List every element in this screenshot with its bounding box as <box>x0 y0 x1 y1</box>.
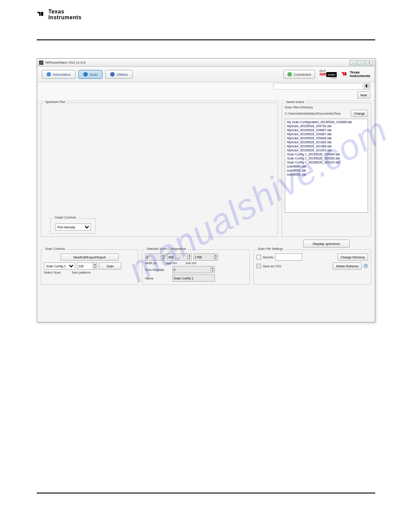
sub-toolbar: ◧ hide <box>37 82 375 101</box>
start-nm-input <box>167 253 187 261</box>
scan-config-select[interactable]: Scan Config 1 <box>44 262 75 270</box>
saveas-label: SaveAs <box>263 256 274 259</box>
window-maximize-button[interactable]: □ <box>358 60 365 65</box>
main-toolbar: Information Scan Utilities Connected DLP… <box>37 67 375 82</box>
plot-type-select[interactable]: Plot Intensity <box>55 223 91 231</box>
list-item[interactable]: MyScan_20150528_161308.dat <box>286 144 367 148</box>
scan-button[interactable]: Scan <box>78 70 103 79</box>
end-nm-input <box>193 253 214 261</box>
page-brand-header: TexasInstruments <box>37 9 81 21</box>
ti-chip-icon <box>37 9 46 21</box>
list-item[interactable]: MyScan_20150528_161302.dat <box>286 140 367 144</box>
graph-controls-label: Graph Controls <box>53 216 77 219</box>
scan-run-button[interactable]: Scan <box>99 262 121 270</box>
num-patterns-label: Num patterns <box>72 271 90 274</box>
directory-path: C:/Users/Administrator/Documents/Texa <box>285 112 349 115</box>
scan-file-list[interactable]: My Scan Configuration_20150528_154608.da… <box>285 119 368 213</box>
list-item[interactable]: MyScan_20150528_154726.dat <box>286 124 367 128</box>
delete-reference-button[interactable]: Delete Refrence <box>333 262 362 270</box>
info-icon <box>47 72 51 77</box>
connected-icon <box>287 72 292 77</box>
window-titlebar: NIRscanNano GUI v1.0.0 — □ X <box>37 59 375 67</box>
window-minimize-button[interactable]: — <box>350 60 357 65</box>
new-edit-export-import-button[interactable]: New/Edit/Export/Import <box>60 253 119 261</box>
list-item[interactable]: MyScan_20150528_155807.dat <box>286 132 367 136</box>
nirscan-logo: DLP NIRscan Nano <box>320 69 337 79</box>
list-item[interactable]: MyScan_20150528_161453.dat <box>286 148 367 152</box>
saved-scans-group: Saved scans Scan Files Directory C:/User… <box>282 103 371 237</box>
scan-files-directory-label: Scan Files Directory <box>285 106 368 109</box>
help-icon[interactable]: ? <box>364 264 368 268</box>
bottom-divider <box>37 493 375 493</box>
selected-config-label: Selected Scan Configuration <box>145 247 188 250</box>
display-spectrum-button[interactable]: Display spectrum <box>303 240 349 248</box>
file-settings-label: Scan File Settings <box>257 247 284 250</box>
sub-field[interactable] <box>274 83 363 90</box>
ti-logo: TexasInstruments <box>341 70 370 79</box>
scan-controls-group: Scan Controls New/Edit/Export/Import Sca… <box>41 249 138 285</box>
saveas-checkbox[interactable] <box>257 255 261 259</box>
scan-controls-label: Scan Controls <box>44 247 66 250</box>
window-title: NIRscanNano GUI v1.0.0 <box>45 60 86 64</box>
list-item[interactable]: MyScan_20150528_154807.dat <box>286 128 367 132</box>
save-csv-checkbox[interactable]: ✓ <box>257 264 261 268</box>
num-repeats-input <box>172 266 210 273</box>
change-directory-button[interactable]: Change <box>351 110 368 117</box>
wrench-icon <box>110 72 115 77</box>
list-item[interactable]: scan0002.dat <box>286 172 367 176</box>
information-button[interactable]: Information <box>42 70 76 79</box>
ti-brand-text: TexasInstruments <box>48 9 81 21</box>
list-item[interactable]: Scan Config 1_20150528_165315.dat <box>286 160 367 164</box>
list-item[interactable]: Scan Config 1_20150528_155604.dat <box>286 152 367 156</box>
sub-icon[interactable]: ◧ <box>364 83 370 90</box>
app-icon <box>39 60 43 65</box>
width-px-label: width px <box>145 262 157 265</box>
select-scan-label: Select Scan <box>44 271 60 274</box>
list-item[interactable]: Scan Config 1_20150528_165303.dat <box>286 156 367 160</box>
hide-button[interactable]: hide <box>357 91 370 99</box>
num-patterns-input[interactable] <box>77 262 93 270</box>
graph-controls-group: Graph Controls Plot Intensity <box>50 218 96 234</box>
list-item[interactable]: scan0001.dat <box>286 168 367 172</box>
file-settings-group: Scan File Settings SaveAs Change Directo… <box>253 249 371 285</box>
spectrum-plot-group: Spectrum Plot Graph Controls Plot Intens… <box>41 103 278 237</box>
selected-config-group: Selected Scan Configuration ▲▼ ▲▼ ▲▼ wid… <box>142 249 250 285</box>
utilities-button[interactable]: Utilities <box>105 70 133 79</box>
connected-indicator[interactable]: Connected <box>283 70 315 79</box>
nirscan-window: NIRscanNano GUI v1.0.0 — □ X Information… <box>37 58 375 322</box>
list-item[interactable]: scan0000.dat <box>286 164 367 168</box>
change-directory-button-2[interactable]: Change Directory <box>338 253 368 261</box>
scan-icon <box>83 72 88 77</box>
config-name-label: Name <box>145 277 170 280</box>
start-nm-label: start nm <box>166 262 177 265</box>
list-item[interactable]: MyScan_20150528_155840.dat <box>286 136 367 140</box>
top-divider <box>37 39 375 40</box>
config-name-input <box>172 275 215 282</box>
saveas-input[interactable] <box>275 253 302 261</box>
spectrum-plot-label: Spectrum Plot <box>44 100 66 103</box>
saved-scans-label: Saved scans <box>285 100 305 103</box>
width-px-input <box>145 253 161 261</box>
num-repeats-label: Num Repeats <box>145 268 170 271</box>
window-close-button[interactable]: X <box>366 60 373 65</box>
num-patterns-spinner[interactable]: ▲▼ <box>93 262 97 270</box>
save-csv-label: Save as CSV <box>263 265 282 268</box>
list-item[interactable]: My Scan Configuration_20150528_154608.da… <box>286 120 367 124</box>
end-nm-label: end nm <box>186 262 196 265</box>
